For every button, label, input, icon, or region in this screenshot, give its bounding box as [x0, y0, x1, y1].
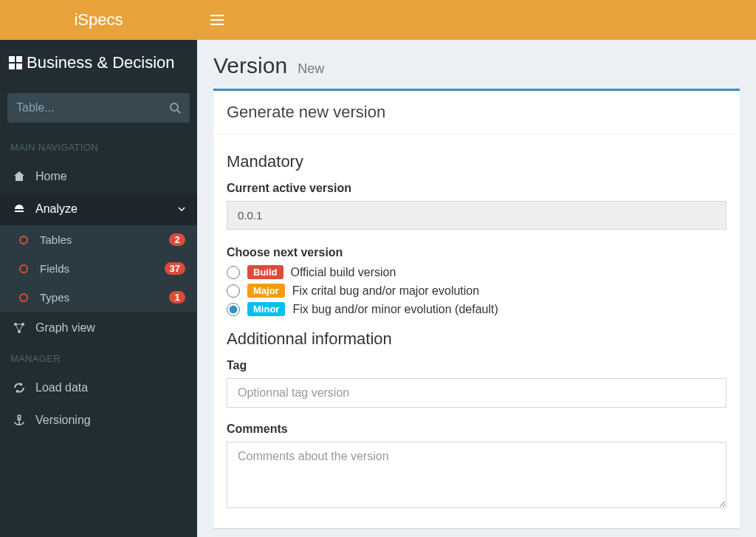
- option-major-text: Fix crital bug and/or major evolution: [292, 284, 479, 298]
- sidebar: Business & Decision MAIN NAVIGATION Home…: [0, 40, 197, 537]
- nav-label: Home: [35, 170, 185, 183]
- tag-input[interactable]: [227, 378, 726, 408]
- panel-body: Mandatory Current active version 0.0.1 C…: [213, 134, 740, 528]
- section-additional: Additionnal information: [227, 329, 726, 349]
- hamburger-menu-icon[interactable]: [197, 15, 224, 25]
- sidebar-item-fields[interactable]: Fields 37: [0, 254, 197, 283]
- graph-icon: [12, 322, 27, 334]
- refresh-icon: [12, 382, 27, 394]
- pill-major: Major: [247, 284, 285, 298]
- brand[interactable]: Business & Decision: [0, 40, 197, 86]
- count-badge: 2: [169, 233, 185, 246]
- sidebar-item-types[interactable]: Types 1: [0, 283, 197, 312]
- radio-row-minor[interactable]: Minor Fix bug and/or minor evolution (de…: [227, 302, 726, 316]
- circle-icon: [16, 293, 31, 302]
- section-mandatory: Mandatory: [227, 152, 726, 171]
- sidebar-item-load-data[interactable]: Load data: [0, 372, 197, 404]
- brand-grid-icon: [9, 56, 22, 69]
- analyze-submenu: Tables 2 Fields 37 Types 1: [0, 225, 197, 312]
- radio-build[interactable]: [227, 266, 240, 279]
- svg-rect-1: [16, 56, 22, 62]
- nav-header-manager: MANAGER: [0, 344, 197, 372]
- nav-label: Types: [40, 291, 160, 304]
- svg-point-9: [18, 415, 21, 418]
- tag-label: Tag: [227, 359, 726, 372]
- option-minor-text: Fix bug and/or minor evolution (default): [292, 303, 498, 316]
- brand-text: Business & Decision: [27, 53, 175, 72]
- nav-label: Load data: [35, 381, 185, 394]
- nav-label: Fields: [40, 262, 156, 275]
- nav-label: Versioning: [35, 414, 185, 427]
- sidebar-item-home[interactable]: Home: [0, 160, 197, 193]
- app-name-bold: Specs: [78, 10, 123, 30]
- chevron-down-icon: [178, 205, 185, 213]
- svg-line-5: [177, 110, 180, 113]
- pill-minor: Minor: [247, 302, 285, 316]
- nav-label: Tables: [40, 233, 160, 246]
- search-input[interactable]: [16, 101, 169, 114]
- home-icon: [12, 171, 27, 182]
- pill-build: Build: [247, 265, 284, 279]
- main-content: Version New Generate new version Mandato…: [197, 40, 756, 537]
- nav-label: Analyze: [35, 202, 169, 216]
- sidebar-search[interactable]: [7, 93, 190, 123]
- page-subtitle: New: [298, 61, 324, 76]
- sidebar-item-tables[interactable]: Tables 2: [0, 225, 197, 254]
- radio-major[interactable]: [227, 284, 240, 298]
- choose-version-label: Choose next version: [227, 246, 726, 259]
- circle-icon: [16, 236, 31, 244]
- svg-rect-0: [9, 56, 15, 62]
- anchor-icon: [12, 414, 27, 426]
- circle-icon: [16, 264, 31, 273]
- search-icon[interactable]: [169, 102, 181, 114]
- radio-row-major[interactable]: Major Fix crital bug and/or major evolut…: [227, 284, 726, 298]
- current-version-label: Current active version: [227, 182, 726, 195]
- current-version-value: 0.0.1: [227, 201, 726, 230]
- sidebar-item-graph[interactable]: Graph view: [0, 312, 197, 344]
- comments-label: Comments: [227, 423, 726, 436]
- app-logo[interactable]: iSpecs: [0, 0, 197, 40]
- svg-rect-2: [9, 64, 15, 69]
- page-header: Version New: [197, 40, 756, 89]
- comments-textarea[interactable]: [227, 442, 726, 508]
- svg-rect-3: [16, 64, 22, 69]
- nav-label: Graph view: [35, 321, 185, 335]
- topbar: iSpecs: [0, 0, 756, 40]
- svg-point-4: [171, 103, 178, 111]
- page-title: Version: [213, 53, 287, 78]
- panel-title: Generate new version: [213, 91, 740, 134]
- version-panel: Generate new version Mandatory Current a…: [213, 89, 740, 528]
- count-badge: 37: [165, 262, 185, 275]
- sidebar-item-versioning[interactable]: Versioning: [0, 404, 197, 437]
- radio-minor[interactable]: [227, 303, 240, 316]
- sidebar-item-analyze[interactable]: Analyze: [0, 193, 197, 225]
- nav-header-main: MAIN NAVIGATION: [0, 133, 197, 160]
- dashboard-icon: [12, 203, 27, 215]
- radio-row-build[interactable]: Build Official build version: [227, 265, 726, 279]
- option-build-text: Official build version: [291, 266, 396, 279]
- count-badge: 1: [169, 291, 185, 304]
